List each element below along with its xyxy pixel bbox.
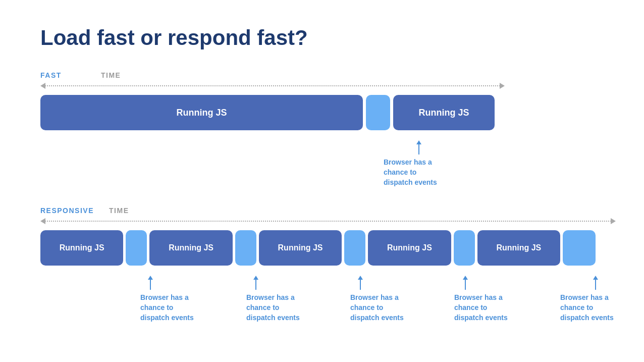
responsive-time-label: TIME xyxy=(109,206,129,215)
page-title: Load fast or respond fast? xyxy=(40,25,604,50)
fast-header-row: FAST TIME xyxy=(40,71,604,80)
resp-running-js-3: Running JS xyxy=(259,230,342,266)
fast-gap-block xyxy=(366,95,390,130)
resp-gap-1 xyxy=(126,230,147,266)
responsive-label: RESPONSIVE xyxy=(40,206,94,215)
responsive-header-row: RESPONSIVE TIME xyxy=(40,206,604,215)
fast-running-js-block-2: Running JS xyxy=(393,95,495,130)
fast-annotation-area: Browser has achance todispatch events xyxy=(40,140,495,191)
resp-running-js-4: Running JS xyxy=(368,230,451,266)
fast-annotation: Browser has achance todispatch events xyxy=(384,140,454,187)
fast-annotation-text: Browser has achance todispatch events xyxy=(384,158,454,187)
resp-arrow-tip-1 xyxy=(148,276,153,280)
resp-gap-5 xyxy=(563,230,596,266)
slide: Load fast or respond fast? FAST TIME Run… xyxy=(0,0,644,362)
resp-up-arrow-4 xyxy=(454,276,476,290)
resp-vert-line-4 xyxy=(465,280,466,290)
resp-vert-line-3 xyxy=(360,280,361,290)
resp-arrow-tip-3 xyxy=(358,276,363,280)
responsive-section: RESPONSIVE TIME Running JS Running JS Ru… xyxy=(40,206,604,323)
fast-time-label: TIME xyxy=(101,71,121,79)
resp-vert-line-1 xyxy=(150,280,151,290)
resp-up-arrow-3 xyxy=(350,276,370,290)
fast-dotted-line xyxy=(45,85,500,86)
fast-running-js-block-1: Running JS xyxy=(40,95,363,130)
resp-annot-3-col: Browser has achance todispatch events xyxy=(265,276,370,323)
fast-arrow-head xyxy=(500,83,505,89)
resp-annot-3: Browser has achance todispatch events xyxy=(350,276,370,323)
resp-running-js-5: Running JS xyxy=(477,230,560,266)
fast-section: FAST TIME Running JS Running JS xyxy=(40,71,604,191)
resp-up-arrow-2 xyxy=(246,276,265,290)
resp-annot-2: Browser has achance todispatch events xyxy=(246,276,265,323)
resp-annotations-row: Browser has achance todispatch events Br… xyxy=(40,276,596,323)
resp-vert-line-2 xyxy=(255,280,256,290)
resp-annot-4-col: Browser has achance todispatch events xyxy=(370,276,476,323)
fast-up-arrow xyxy=(384,140,454,154)
resp-arrow-tip-5 xyxy=(593,276,598,280)
resp-up-arrow-1 xyxy=(140,276,160,290)
resp-arrow-tip-2 xyxy=(253,276,258,280)
responsive-blocks-row: Running JS Running JS Running JS Running… xyxy=(40,230,596,266)
resp-vert-line-5 xyxy=(595,280,596,290)
resp-up-arrow-5 xyxy=(560,276,631,290)
resp-gap-3 xyxy=(344,230,365,266)
resp-gap-2 xyxy=(235,230,256,266)
resp-annot-text-5: Browser has achance todispatch events xyxy=(560,293,631,323)
resp-annot-1: Browser has achance todispatch events xyxy=(140,276,160,323)
resp-annot-4: Browser has achance todispatch events xyxy=(454,276,476,323)
resp-annot-5-col: Browser has achance todispatch events xyxy=(476,276,631,323)
resp-annot-1-col: Browser has achance todispatch events xyxy=(40,276,160,323)
fast-label: FAST xyxy=(40,71,62,79)
fast-arrow-tip xyxy=(416,140,421,144)
resp-annot-2-col: Browser has achance todispatch events xyxy=(160,276,265,323)
resp-dotted-line xyxy=(45,221,611,222)
fast-vert-line xyxy=(418,144,419,154)
resp-running-js-1: Running JS xyxy=(40,230,123,266)
resp-arrow-tip-4 xyxy=(463,276,468,280)
resp-gap-4 xyxy=(454,230,475,266)
responsive-blocks-container: Running JS Running JS Running JS Running… xyxy=(40,230,604,323)
resp-annot-5: Browser has achance todispatch events xyxy=(560,276,631,323)
resp-arrow-head xyxy=(611,218,616,224)
resp-running-js-2: Running JS xyxy=(149,230,232,266)
fast-blocks-row: Running JS Running JS xyxy=(40,95,495,130)
